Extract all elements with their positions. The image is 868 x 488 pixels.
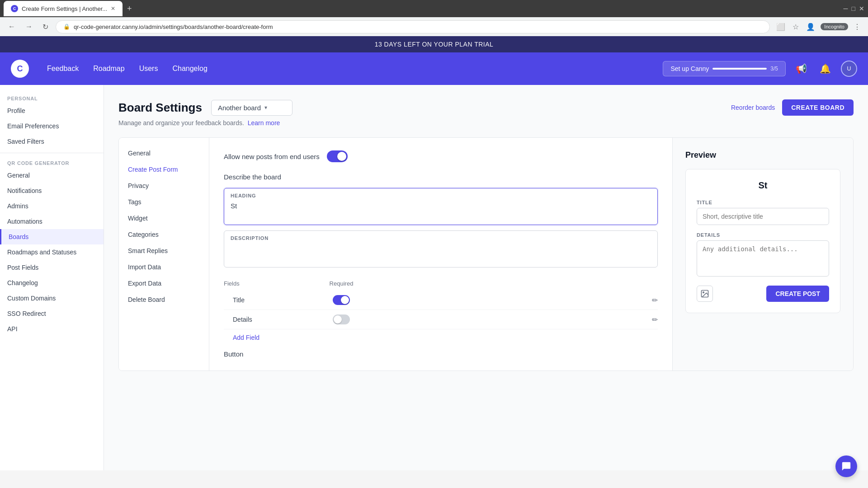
sidebar-item-saved-filters[interactable]: Saved Filters [0,134,104,149]
settings-nav-general[interactable]: General [119,145,209,161]
preview-card: St TITLE DETAILS CREATE POST [685,169,840,313]
sidebar-item-profile[interactable]: Profile [0,103,104,118]
address-bar[interactable]: 🔒 qr-code-generator.canny.io/admin/setti… [56,20,770,33]
sidebar-personal-label: PERSONAL [0,92,104,103]
preview-details-input[interactable] [697,240,829,277]
megaphone-icon-btn[interactable]: 📢 [793,61,810,77]
settings-nav-import-data[interactable]: Import Data [119,259,209,275]
menu-btn[interactable]: ⋮ [852,21,863,33]
tab-close-btn[interactable]: ✕ [111,5,115,12]
nav-feedback[interactable]: Feedback [47,65,79,73]
back-btn[interactable]: ← [5,21,18,33]
allow-posts-toggle[interactable] [327,150,348,162]
button-section-label: Button [224,341,658,358]
sidebar-item-api[interactable]: API [0,321,104,337]
chat-bubble-btn[interactable] [835,455,857,477]
image-upload-icon[interactable] [697,286,713,302]
title-toggle[interactable] [333,295,350,305]
sidebar-item-sso-redirect[interactable]: SSO Redirect [0,306,104,321]
reorder-boards-btn[interactable]: Reorder boards [731,104,775,111]
toggle-thumb [337,152,346,161]
trial-banner-text: 13 DAYS LEFT ON YOUR PLAN TRIAL [375,41,494,48]
settings-nav: General Create Post Form Privacy Tags Wi… [119,138,209,371]
settings-nav-smart-replies[interactable]: Smart Replies [119,243,209,259]
header-right: Set up Canny 3/5 📢 🔔 U [663,61,857,77]
sidebar-item-custom-domains[interactable]: Custom Domains [0,291,104,306]
settings-nav-categories[interactable]: Categories [119,226,209,243]
app-logo[interactable]: C [11,60,29,78]
settings-nav-tags[interactable]: Tags [119,194,209,210]
logo-text: C [17,64,23,74]
details-toggle[interactable] [333,314,350,324]
create-post-btn[interactable]: CREATE POST [766,286,829,302]
learn-more-link[interactable]: Learn more [248,119,280,127]
setup-canny-label: Set up Canny [670,65,709,72]
page-header-right: Reorder boards CREATE BOARD [731,99,854,116]
fields-table-header: Fields Required [224,277,658,291]
sidebar-org-label: QR CODE GENERATOR [0,157,104,168]
description-input[interactable] [224,241,657,265]
browser-actions: ⬜ ☆ 👤 Incognito ⋮ [774,21,863,33]
required-col-header: Required [314,280,368,287]
bookmark-icon[interactable]: ☆ [791,21,801,33]
app-nav: Feedback Roadmap Users Changelog [47,65,208,73]
title-required-toggle[interactable] [314,295,368,305]
user-avatar[interactable]: U [841,61,857,77]
describe-board-label: Describe the board [224,173,658,181]
settings-nav-delete-board[interactable]: Delete Board [119,291,209,308]
board-selector-label: Another board [218,104,261,112]
settings-nav-create-post-form[interactable]: Create Post Form [119,161,209,178]
details-required-toggle[interactable] [314,314,368,324]
forward-btn[interactable]: → [23,21,35,33]
details-toggle-thumb [334,315,342,324]
sidebar-item-automations[interactable]: Automations [0,214,104,229]
setup-canny-widget[interactable]: Set up Canny 3/5 [663,61,786,76]
sidebar-divider [0,153,104,153]
title-edit-action[interactable]: ✏ [652,296,658,305]
field-name-details: Details [224,316,314,323]
tab-bar: C Create Form Settings | Another... ✕ + … [0,0,868,17]
details-edit-action[interactable]: ✏ [652,315,658,324]
sidebar-item-admins[interactable]: Admins [0,198,104,214]
preview-details-label: DETAILS [697,232,829,238]
svg-point-3 [703,292,704,293]
address-bar-row: ← → ↻ 🔒 qr-code-generator.canny.io/admin… [0,17,868,36]
page-subtitle: Manage and organize your feedback boards… [118,119,854,127]
setup-progress-fill [712,68,767,70]
preview-title-label: TITLE [697,200,829,205]
window-minimize-btn[interactable]: ─ [844,5,848,12]
nav-roadmap[interactable]: Roadmap [93,65,124,73]
board-selector[interactable]: Another board ▾ [211,100,292,116]
preview-footer: CREATE POST [697,286,829,302]
new-tab-button[interactable]: + [123,4,136,14]
sidebar-item-roadmaps[interactable]: Roadmaps and Statuses [0,244,104,260]
nav-users[interactable]: Users [139,65,158,73]
content-area: Board Settings Another board ▾ Reorder b… [104,85,868,470]
lock-icon: 🔒 [63,23,70,30]
sidebar-item-post-fields[interactable]: Post Fields [0,260,104,275]
pencil-icon[interactable]: ✏ [652,316,658,324]
sidebar-item-general[interactable]: General [0,168,104,183]
sidebar-item-boards[interactable]: Boards [0,229,104,244]
settings-content: Allow new posts from end users Describe … [209,138,672,371]
nav-changelog[interactable]: Changelog [172,65,207,73]
sidebar-item-notifications[interactable]: Notifications [0,183,104,198]
pencil-icon[interactable]: ✏ [652,296,658,304]
preview-title-input[interactable] [697,208,829,225]
reload-btn[interactable]: ↻ [40,21,51,33]
window-maximize-btn[interactable]: □ [852,5,855,12]
add-field-btn[interactable]: Add Field [224,329,259,341]
profile-icon[interactable]: 👤 [804,21,817,33]
sidebar-item-changelog[interactable]: Changelog [0,275,104,291]
sidebar-item-email-preferences[interactable]: Email Preferences [0,118,104,134]
heading-input[interactable]: St [224,198,657,223]
settings-nav-privacy[interactable]: Privacy [119,178,209,194]
settings-nav-widget[interactable]: Widget [119,210,209,226]
cast-icon[interactable]: ⬜ [774,21,787,33]
window-close-btn[interactable]: ✕ [859,5,864,12]
bell-icon-btn[interactable]: 🔔 [817,61,834,77]
allow-posts-label: Allow new posts from end users [224,153,320,160]
active-tab[interactable]: C Create Form Settings | Another... ✕ [4,1,123,16]
create-board-btn[interactable]: CREATE BOARD [782,99,854,116]
settings-nav-export-data[interactable]: Export Data [119,275,209,291]
